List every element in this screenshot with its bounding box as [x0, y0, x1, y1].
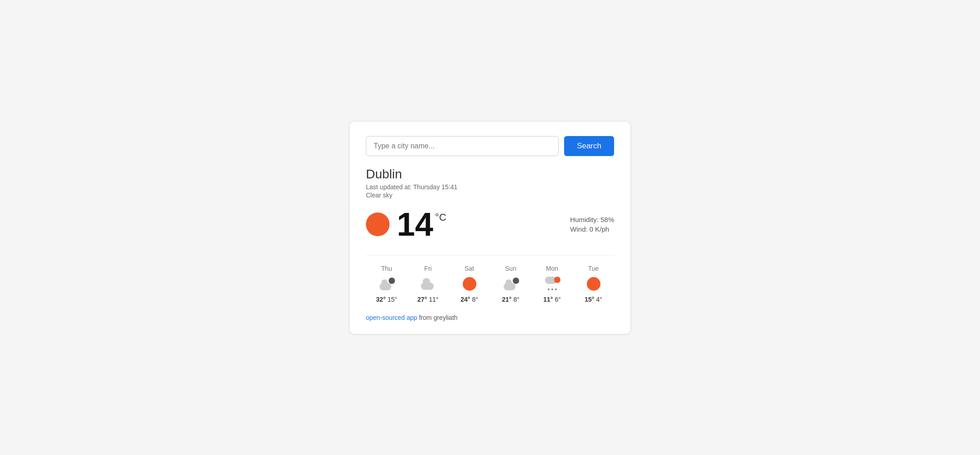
open-source-link[interactable]: open-sourced app	[366, 314, 417, 321]
forecast-day: Tue15°4°	[573, 265, 614, 303]
partly-cloudy-icon	[379, 278, 395, 290]
forecast-icon	[585, 276, 602, 292]
forecast-temps: 11°6°	[543, 296, 561, 303]
condition-text: Clear sky	[366, 192, 614, 199]
forecast-day: Thu32°15°	[366, 265, 407, 303]
forecast-day: Sun21°8°	[490, 265, 531, 303]
footer-suffix: from greyliath	[417, 314, 458, 321]
forecast-low: 4°	[596, 296, 602, 303]
forecast-day: Sat24°8°	[449, 265, 490, 303]
forecast-high: 15°	[585, 296, 594, 303]
forecast-low: 6°	[555, 296, 560, 303]
forecast-temps: 27°11°	[417, 296, 438, 303]
forecast-day-label: Sat	[465, 265, 474, 272]
forecast-icon	[544, 276, 560, 292]
sun-icon	[587, 277, 600, 291]
forecast-icon	[461, 276, 478, 292]
forecast-day-label: Mon	[546, 265, 558, 272]
forecast-temps: 24°8°	[460, 296, 478, 303]
forecast-low: 8°	[513, 296, 519, 303]
forecast-day-label: Sun	[505, 265, 516, 272]
sun-icon	[463, 277, 476, 291]
last-updated: Last updated at: Thursday 15:41	[366, 183, 614, 191]
forecast-icon	[420, 276, 436, 292]
forecast-day-label: Fri	[424, 265, 431, 272]
temp-number: 14	[397, 208, 433, 241]
forecast-low: 15°	[388, 296, 397, 303]
humidity-stat: Humidity: 58%	[570, 216, 614, 223]
search-row: Search	[366, 136, 614, 156]
forecast-icon	[379, 276, 395, 292]
weather-card: Search Dublin Last updated at: Thursday …	[349, 121, 631, 334]
forecast-low: 8°	[472, 296, 478, 303]
current-weather-icon	[366, 212, 390, 236]
forecast-day-label: Thu	[381, 265, 392, 272]
weather-left: 14 °C	[366, 208, 543, 241]
forecast-high: 32°	[376, 296, 385, 303]
forecast-high: 21°	[502, 296, 511, 303]
forecast-temps: 32°15°	[376, 296, 397, 303]
partly-cloudy-icon	[503, 278, 519, 290]
forecast-day: Mon11°6°	[531, 265, 573, 303]
forecast-temps: 15°4°	[585, 296, 602, 303]
forecast-icon	[503, 276, 519, 292]
current-weather: 14 °C Humidity: 58% Wind: 0 K/ph	[366, 208, 614, 241]
search-button[interactable]: Search	[564, 136, 614, 156]
forecast-high: 11°	[543, 296, 553, 303]
forecast-day-label: Tue	[588, 265, 599, 272]
forecast-day: Fri27°11°	[407, 265, 449, 303]
snow-icon	[544, 277, 560, 291]
temp-unit: °C	[435, 212, 446, 222]
weather-stats: Humidity: 58% Wind: 0 K/ph	[570, 216, 614, 233]
temperature-display: 14 °C	[397, 208, 446, 241]
forecast-row: Thu32°15°Fri27°11°Sat24°8°Sun21°8°Mon11°…	[366, 255, 614, 303]
footer: open-sourced app from greyliath	[366, 314, 614, 321]
search-input[interactable]	[366, 136, 559, 156]
cloud-icon	[420, 278, 436, 290]
city-name: Dublin	[366, 167, 614, 182]
forecast-low: 11°	[429, 296, 439, 303]
forecast-high: 27°	[417, 296, 427, 303]
wind-stat: Wind: 0 K/ph	[570, 225, 614, 233]
forecast-high: 24°	[460, 296, 470, 303]
forecast-temps: 21°8°	[502, 296, 520, 303]
